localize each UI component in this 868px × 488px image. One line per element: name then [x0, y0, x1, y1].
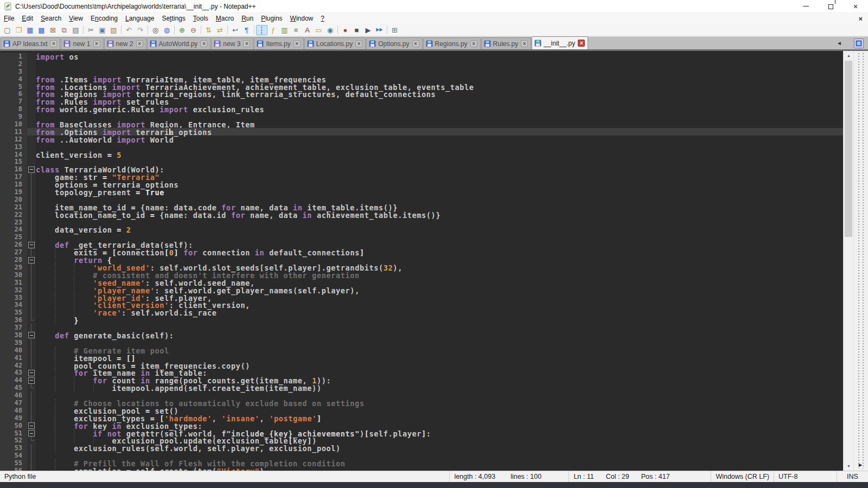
code-line[interactable]: 29 'world_seed': self.world.slot_seeds[s…: [0, 264, 843, 271]
editor[interactable]: 1import os234from .Items import Terraria…: [0, 51, 868, 471]
code-line[interactable]: 46: [0, 391, 843, 399]
code-line[interactable]: 38 def generate_basic(self):: [0, 331, 843, 339]
code-line[interactable]: 10from BaseClasses import Region, Entran…: [0, 120, 843, 128]
tab-close-icon[interactable]: ×: [521, 40, 528, 47]
code-line[interactable]: 3: [0, 68, 843, 75]
tab-new-1[interactable]: new 1×: [61, 37, 103, 49]
code-line[interactable]: 4from .Items import TerrariaItem, item_t…: [0, 75, 843, 83]
code-line[interactable]: 24 data_version = 2: [0, 226, 843, 233]
tab-close-icon[interactable]: ×: [93, 40, 100, 47]
macro-stop-icon[interactable]: ■: [351, 25, 362, 35]
tab-new-2[interactable]: new 2×: [104, 37, 146, 49]
code-line[interactable]: 43 for item_name in item_table:: [0, 369, 843, 376]
code-line[interactable]: 15: [0, 158, 843, 165]
edit-config-icon[interactable]: A: [302, 25, 313, 35]
minimize-button[interactable]: [793, 0, 818, 12]
word-wrap-icon[interactable]: ↩: [229, 25, 241, 35]
code-line[interactable]: 37: [0, 324, 843, 331]
scroll-down-icon[interactable]: ▼: [844, 461, 854, 471]
code-line[interactable]: 54: [0, 452, 843, 459]
tab-close-icon[interactable]: ×: [470, 40, 477, 47]
save-icon[interactable]: ▦: [24, 25, 36, 35]
close-button[interactable]: ×: [843, 0, 868, 12]
tab-list-icon[interactable]: [854, 38, 864, 48]
tab-close-icon[interactable]: ×: [293, 40, 301, 47]
menu-window[interactable]: Window: [286, 14, 317, 23]
code-line[interactable]: 28 return {: [0, 256, 843, 264]
code-line[interactable]: 49 exclusion_types = ['hardmode', 'insan…: [0, 414, 843, 422]
tab-close-icon[interactable]: ×: [200, 40, 207, 47]
code-line[interactable]: 16class TerrariaWorld(World):: [0, 165, 843, 173]
vertical-scrollbar[interactable]: ▲ ▼: [843, 51, 853, 471]
code-line[interactable]: 40 # Generate item pool: [0, 346, 843, 354]
code-line[interactable]: 31 'seed_name': self.world.seed_name,: [0, 279, 843, 286]
menu-tools[interactable]: Tools: [189, 14, 212, 23]
tab-items-py[interactable]: Items.py×: [254, 37, 303, 49]
tab-locations-py[interactable]: Locations.py×: [304, 37, 366, 49]
tab-new-3[interactable]: new 3×: [211, 37, 253, 49]
print-icon[interactable]: ▤: [70, 25, 81, 35]
code-line[interactable]: 1import os: [0, 53, 843, 60]
new-file-icon[interactable]: ▢: [2, 25, 13, 35]
scrollbar-thumb[interactable]: [845, 61, 852, 237]
tab-close-icon[interactable]: ×: [243, 40, 250, 47]
tab-close-icon[interactable]: ×: [50, 40, 57, 47]
tab-close-icon[interactable]: ×: [412, 40, 419, 47]
find-icon[interactable]: ◎: [150, 25, 161, 35]
code-line[interactable]: 34 'client_version': client_version,: [0, 301, 843, 309]
view-monitor-icon[interactable]: ◉: [324, 25, 336, 35]
code-line[interactable]: 5from .Locations import TerrariaAchievem…: [0, 83, 843, 91]
tab-autoworld-py[interactable]: AutoWorld.py×: [147, 37, 211, 49]
zoom-in-icon[interactable]: ⊕: [176, 25, 188, 35]
code-line[interactable]: 14client_version = 5: [0, 151, 843, 158]
redo-icon[interactable]: ↷: [135, 25, 146, 35]
code-line[interactable]: 27 exits = [connection[0] for connection…: [0, 248, 843, 256]
code-line[interactable]: 21 item_name_to_id = {name: data.code fo…: [0, 203, 843, 211]
code-line[interactable]: 20: [0, 196, 843, 203]
menu-view[interactable]: View: [65, 14, 87, 23]
tab-rules-py[interactable]: Rules.py×: [481, 37, 532, 49]
macro-play-icon[interactable]: ▶: [362, 25, 374, 35]
code-line[interactable]: 12from ..AutoWorld import World: [0, 136, 843, 143]
code-line[interactable]: 22 location_name_to_id = {name: data.id …: [0, 211, 843, 219]
save-macro-icon[interactable]: ⊞: [389, 25, 400, 35]
menu-help[interactable]: ?: [317, 14, 328, 23]
code-line[interactable]: 35 'race': self.world.is_race: [0, 309, 843, 316]
code-line[interactable]: 39: [0, 339, 843, 346]
replace-icon[interactable]: ◍: [161, 25, 173, 35]
close-doc-icon[interactable]: ⊠: [47, 25, 59, 35]
close-document-icon[interactable]: ×: [858, 15, 863, 23]
code-line[interactable]: 13: [0, 143, 843, 151]
open-folder-icon[interactable]: ❒: [13, 25, 24, 35]
macro-record-icon[interactable]: ●: [340, 25, 351, 35]
indent-guide-icon[interactable]: ┆: [256, 25, 267, 35]
code-line[interactable]: 9: [0, 113, 843, 120]
code-line[interactable]: 25: [0, 233, 843, 241]
code-line[interactable]: 51 if not getattr(self.world, f"include_…: [0, 429, 843, 437]
code-line[interactable]: 41 itempool = []: [0, 354, 843, 362]
tab-close-icon[interactable]: ×: [355, 40, 362, 47]
code-line[interactable]: 7from .Rules import set_rules: [0, 98, 843, 105]
code-line[interactable]: 36 }: [0, 316, 843, 324]
macro-run-multiple-icon[interactable]: ▶▶: [374, 25, 385, 35]
tab-close-icon[interactable]: ×: [578, 40, 585, 47]
menu-macro[interactable]: Macro: [212, 14, 238, 23]
code-line[interactable]: 47 # Choose locations to automatically e…: [0, 399, 843, 407]
menu-file[interactable]: File: [0, 14, 18, 23]
code-line[interactable]: 53 exclusion_rules(self.world, self.play…: [0, 444, 843, 452]
menu-encoding[interactable]: Encoding: [87, 14, 122, 23]
code-line[interactable]: 18 options = terraria_options: [0, 181, 843, 188]
tab-close-icon[interactable]: ×: [136, 40, 143, 47]
save-all-icon[interactable]: ▩: [36, 25, 47, 35]
code-line[interactable]: 45 itempool.append(self.create_item(item…: [0, 384, 843, 391]
code-line[interactable]: 2: [0, 60, 843, 68]
code-line[interactable]: 19 topology_present = True: [0, 188, 843, 196]
code-line[interactable]: 32 'player_name': self.world.get_player_…: [0, 286, 843, 294]
menu-run[interactable]: Run: [238, 14, 257, 23]
code-line[interactable]: 8from worlds.generic.Rules import exclus…: [0, 105, 843, 113]
menu-search[interactable]: Search: [37, 14, 65, 23]
code-line[interactable]: 42 pool_counts = item_frequencies.copy(): [0, 362, 843, 369]
code-line[interactable]: 17 game: str = "Terraria": [0, 173, 843, 181]
document-map-icon[interactable]: ▥: [279, 25, 290, 35]
code-line[interactable]: 44 for count in range(pool_counts.get(it…: [0, 376, 843, 384]
